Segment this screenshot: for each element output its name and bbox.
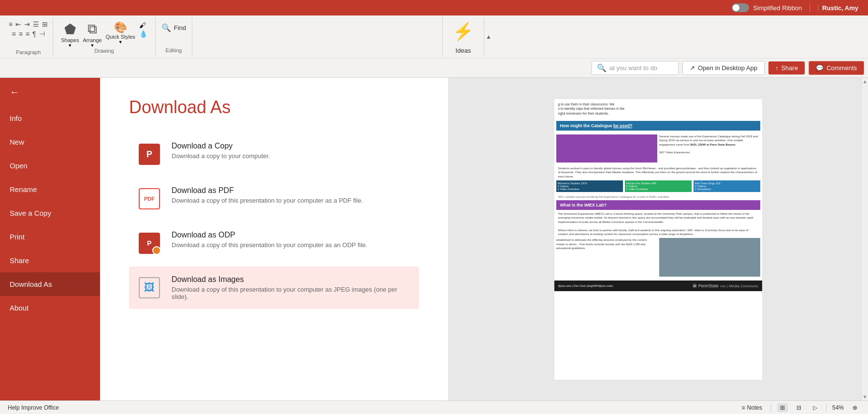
sidebar-item-download-as[interactable]: Download As xyxy=(0,272,100,296)
list2-icon[interactable]: ☰ xyxy=(32,19,40,29)
download-copy-title: Download a Copy xyxy=(172,142,270,150)
pdf-icon: PDF xyxy=(137,186,162,211)
paint-icon[interactable]: 🖌 xyxy=(139,21,147,29)
download-pdf-title: Download as PDF xyxy=(172,186,363,195)
quick-styles-button[interactable]: 🎨 Quick Styles ▼ xyxy=(106,21,135,48)
shapes-button[interactable]: ⬟ Shapes ▼ xyxy=(61,21,79,48)
open-desktop-icon: ↗ xyxy=(690,64,695,72)
zoom-icon: ⊕ xyxy=(853,404,857,411)
ppt-icon: P xyxy=(137,142,162,167)
search-icon: 🔍 xyxy=(597,63,607,73)
shapes-label: Shapes xyxy=(61,37,79,43)
download-odp-option[interactable]: P Download as ODP Download a copy of thi… xyxy=(129,222,419,265)
sidebar: ← Info New Open Rename Save a Copy Print… xyxy=(0,78,100,400)
reading-view-button[interactable]: ▷ xyxy=(810,403,820,412)
ribbon-search-row: 🔍 at you want to do ↗ Open in Desktop Ap… xyxy=(0,58,868,77)
download-images-title: Download as Images xyxy=(172,275,411,284)
comments-button[interactable]: 💬 Comments xyxy=(809,61,864,75)
sidebar-share-label: Share xyxy=(10,256,29,265)
download-images-text: Download as Images Download a copy of th… xyxy=(172,275,411,300)
download-odp-desc: Download a copy of this presentation to … xyxy=(172,241,367,249)
sidebar-item-new[interactable]: New xyxy=(0,130,100,154)
download-odp-title: Download as ODP xyxy=(172,231,367,239)
columns-icon[interactable]: ⊞ xyxy=(41,19,49,29)
notes-label: Notes xyxy=(747,404,762,411)
download-as-panel: Download As P Download a Copy Download a… xyxy=(100,78,448,400)
search-placeholder: at you want to do xyxy=(609,64,657,72)
download-copy-option[interactable]: P Download a Copy Download a copy to you… xyxy=(129,133,419,176)
align-right-icon[interactable]: ≡ xyxy=(25,29,30,39)
normal-view-icon: ⊞ xyxy=(780,404,785,411)
sidebar-download-as-label: Download As xyxy=(10,280,52,288)
ribbon: ≡ ⇤ ⇥ ☰ ⊞ ≡ ≡ ≡ ¶ ⊣ Paragraph xyxy=(0,15,868,78)
drawing-group-label: Drawing xyxy=(94,48,114,55)
sidebar-about-label: About xyxy=(10,304,29,312)
arrange-label: Arrange xyxy=(83,37,101,43)
notes-icon: ≡ xyxy=(742,404,745,411)
simplified-ribbon-label: Simplified Ribbon xyxy=(753,4,802,12)
search-box[interactable]: 🔍 at you want to do xyxy=(592,61,679,75)
scrollbar[interactable]: ▲ ▼ xyxy=(861,78,868,400)
comments-label: Comments xyxy=(826,64,857,72)
sidebar-new-label: New xyxy=(10,138,24,146)
simplified-ribbon-switch[interactable] xyxy=(732,3,749,12)
share-icon: ↑ xyxy=(775,64,779,72)
reading-view-icon: ▷ xyxy=(813,404,817,411)
user-name[interactable]: Rustic, Amy xyxy=(818,4,862,12)
notes-button[interactable]: ≡ Notes xyxy=(739,403,765,412)
align-center-icon[interactable]: ≡ xyxy=(18,29,24,39)
ribbon-collapse-button[interactable]: ▲ xyxy=(484,17,493,56)
share-button[interactable]: ↑ Share xyxy=(768,61,805,74)
indent-icon[interactable]: ⇤ xyxy=(14,19,22,29)
sidebar-item-rename[interactable]: Rename xyxy=(0,177,100,201)
slide-sorter-icon: ⊟ xyxy=(796,404,801,411)
download-images-option[interactable]: 🖼 Download as Images Download a copy of … xyxy=(129,266,419,309)
sidebar-info-label: Info xyxy=(10,114,22,122)
open-desktop-button[interactable]: ↗ Open in Desktop App xyxy=(682,61,765,75)
sidebar-save-copy-label: Save a Copy xyxy=(10,209,51,217)
quick-styles-label: Quick Styles xyxy=(106,34,135,40)
ideas-button[interactable]: ⚡ Ideas xyxy=(443,17,484,56)
align-left-icon[interactable]: ≡ xyxy=(11,29,17,39)
title-bar: Simplified Ribbon Rustic, Amy xyxy=(0,0,868,15)
sidebar-item-open[interactable]: Open xyxy=(0,154,100,177)
status-bar-right: ≡ Notes ⊞ ⊟ ▷ 54% ⊕ xyxy=(739,403,860,412)
sidebar-rename-label: Rename xyxy=(10,185,37,193)
arrange-button[interactable]: ⧉ Arrange ▼ xyxy=(83,21,101,48)
ribbon-left: ≡ ⇤ ⇥ ☰ ⊞ ≡ ≡ ≡ ¶ ⊣ Paragraph xyxy=(0,15,443,58)
zoom-level[interactable]: 54% xyxy=(832,404,844,411)
slide-sorter-button[interactable]: ⊟ xyxy=(794,403,804,412)
sidebar-item-print[interactable]: Print xyxy=(0,225,100,249)
download-pdf-desc: Download a copy of this presentation to … xyxy=(172,197,363,204)
sidebar-item-save-copy[interactable]: Save a Copy xyxy=(0,201,100,225)
download-odp-text: Download as ODP Download a copy of this … xyxy=(172,231,367,249)
normal-view-button[interactable]: ⊞ xyxy=(777,403,788,412)
sidebar-item-share[interactable]: Share xyxy=(0,249,100,272)
ribbon-main: ≡ ⇤ ⇥ ☰ ⊞ ≡ ≡ ≡ ¶ ⊣ Paragraph xyxy=(0,15,868,58)
status-bar: Help Improve Office ≡ Notes ⊞ ⊟ ▷ 54% ⊕ xyxy=(0,400,868,414)
zoom-button[interactable]: ⊕ xyxy=(850,403,860,412)
sidebar-item-info[interactable]: Info xyxy=(0,106,100,130)
sidebar-back-button[interactable]: ← xyxy=(0,78,100,106)
sidebar-item-about[interactable]: About xyxy=(0,296,100,320)
share-label: Share xyxy=(781,64,798,72)
open-desktop-label: Open in Desktop App xyxy=(698,64,757,72)
back-arrow-icon: ← xyxy=(10,87,19,98)
list-icon[interactable]: ≡ xyxy=(8,19,14,29)
sidebar-print-label: Print xyxy=(10,233,25,241)
download-as-title: Download As xyxy=(129,97,419,118)
ideas-label: Ideas xyxy=(456,47,471,54)
comments-icon: 💬 xyxy=(816,64,824,72)
pilcrow-icon[interactable]: ¶ xyxy=(31,29,37,39)
find-label[interactable]: Find xyxy=(174,24,186,31)
justify-icon[interactable]: ⊣ xyxy=(38,29,46,39)
download-copy-text: Download a Copy Download a copy to your … xyxy=(172,142,270,160)
download-pdf-option[interactable]: PDF Download as PDF Download a copy of t… xyxy=(129,177,419,220)
sidebar-open-label: Open xyxy=(10,162,28,170)
eyedrop-icon[interactable]: 💧 xyxy=(139,30,147,38)
download-images-desc: Download a copy of this presentation to … xyxy=(172,286,411,300)
outdent-icon[interactable]: ⇥ xyxy=(23,19,31,29)
title-bar-right: Simplified Ribbon Rustic, Amy xyxy=(732,3,862,13)
simplified-ribbon-toggle[interactable]: Simplified Ribbon xyxy=(732,3,802,12)
help-improve-label[interactable]: Help Improve Office xyxy=(8,404,59,411)
